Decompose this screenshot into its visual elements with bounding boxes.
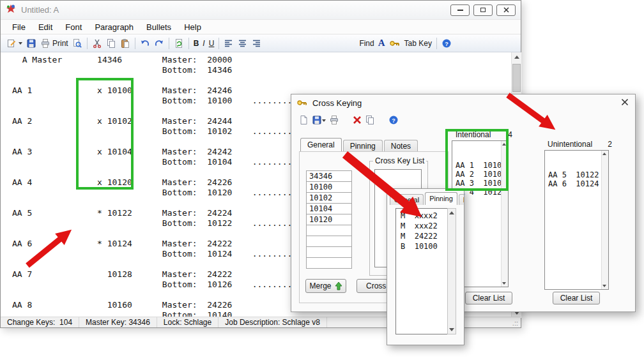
tab-key-button[interactable]: Tab Key: [402, 38, 434, 49]
find-label: Find: [359, 39, 374, 48]
dialog-close-button[interactable]: [621, 98, 629, 108]
list-item[interactable]: AA 6 10124: [548, 179, 601, 188]
copy-button[interactable]: [104, 37, 118, 50]
intentional-count: 4: [508, 130, 512, 139]
dialog-delete-button[interactable]: [353, 116, 362, 124]
dialog-copy-button[interactable]: [365, 115, 375, 125]
key-code-grid: 3434610100101021010410120: [306, 171, 352, 269]
tab-general[interactable]: General: [300, 138, 342, 152]
pinning-list-item[interactable]: B 10100: [401, 241, 447, 251]
toolbar-separator: [87, 38, 88, 49]
pinning-scrollbar[interactable]: [447, 208, 456, 334]
key-icon: [389, 38, 401, 49]
key-code-cell[interactable]: 10120: [306, 214, 352, 225]
close-icon: [621, 98, 629, 106]
tab-notes[interactable]: Notes: [384, 140, 418, 152]
align-left-button[interactable]: [222, 37, 236, 50]
dialog-title-bar: Cross Keying: [291, 94, 635, 111]
svg-text:?: ?: [445, 40, 448, 47]
app-icon: [6, 4, 16, 17]
resize-grip[interactable]: .::: [512, 319, 518, 327]
copy-icon: [106, 38, 116, 49]
dialog-save-button[interactable]: [312, 115, 326, 125]
refresh-document-button[interactable]: [172, 37, 186, 50]
print-preview-icon: [72, 38, 82, 49]
list-item[interactable]: AA 5 10122: [548, 170, 601, 179]
menu-item[interactable]: File: [6, 21, 32, 33]
menu-item[interactable]: Help: [178, 21, 208, 33]
italic-button[interactable]: I: [201, 38, 206, 49]
chevron-down-icon: [19, 42, 22, 47]
key-button[interactable]: [387, 37, 402, 50]
redo-button[interactable]: [152, 37, 166, 50]
merge-button[interactable]: Merge: [305, 279, 346, 293]
save-icon: [312, 115, 322, 125]
bold-button[interactable]: B: [192, 38, 201, 49]
minimize-button[interactable]: [450, 4, 470, 16]
save-button[interactable]: [24, 37, 38, 50]
find-button[interactable]: Find: [357, 38, 376, 49]
key-code-cell[interactable]: 34346: [306, 170, 352, 182]
clear-list-label: Clear List: [560, 294, 593, 303]
chevron-down-icon: [322, 119, 326, 124]
undo-icon: [140, 38, 150, 49]
toolbar-separator: [436, 38, 437, 49]
menu-item[interactable]: Font: [59, 21, 88, 33]
menu-item[interactable]: Edit: [32, 21, 59, 33]
tab-general[interactable]: General: [390, 194, 424, 205]
tab-pinning[interactable]: Pinning: [343, 140, 383, 152]
maximize-button[interactable]: [473, 4, 493, 16]
pinning-list-item[interactable]: M xxx22: [401, 221, 447, 231]
preview-button[interactable]: [70, 37, 84, 50]
pinning-listbox: M xxxx2M xxx22M 24222B 10100: [395, 208, 448, 334]
pinning-list-item[interactable]: M xxxx2: [401, 211, 447, 221]
new-button[interactable]: [4, 37, 24, 50]
key-code-cell[interactable]: 10104: [306, 203, 352, 214]
key-code-cell[interactable]: 10100: [306, 181, 352, 193]
scrollbar-thumb[interactable]: [512, 64, 521, 92]
new-page-icon: [299, 115, 309, 125]
toolbar: Print: [1, 34, 521, 52]
key-code-cell[interactable]: [306, 257, 352, 269]
font-color-button[interactable]: A: [376, 36, 387, 50]
scroll-up-icon: [449, 211, 454, 214]
unintentional-listbox[interactable]: AA 5 10122AA 6 10124: [544, 150, 609, 290]
align-right-button[interactable]: [250, 37, 264, 50]
unintentional-items: AA 5 10122AA 6 10124: [545, 169, 608, 188]
tab-note[interactable]: Note: [459, 194, 464, 205]
help-button[interactable]: ?: [440, 37, 454, 50]
cut-button[interactable]: [90, 37, 104, 50]
underline-button[interactable]: U: [207, 38, 217, 49]
clear-unintentional-button[interactable]: Clear List: [553, 292, 600, 304]
menu-item[interactable]: Paragraph: [88, 21, 140, 33]
tab-pinning[interactable]: Pinning: [425, 192, 457, 205]
copy-icon: [365, 115, 375, 125]
key-code-cell[interactable]: [306, 236, 352, 247]
undo-button[interactable]: [138, 37, 152, 50]
key-code-cell[interactable]: 10102: [306, 192, 352, 204]
clear-intentional-button[interactable]: Clear List: [465, 292, 512, 304]
clipboard-icon: [120, 38, 130, 49]
scroll-up-button[interactable]: [512, 52, 521, 62]
dialog-new-button[interactable]: [299, 115, 309, 125]
print-button[interactable]: Print: [38, 37, 70, 50]
dialog-toolbar: ?: [291, 111, 635, 129]
printer-icon: [329, 115, 339, 125]
dialog-print-button[interactable]: [329, 115, 339, 125]
key-code-cell[interactable]: [306, 246, 352, 258]
align-center-button[interactable]: [236, 37, 250, 50]
paste-button[interactable]: [118, 37, 132, 50]
dialog-title: Cross Keying: [312, 98, 621, 108]
unintentional-scrollbar[interactable]: [601, 151, 608, 289]
toolbar-separator: [218, 38, 219, 49]
key-code-cell[interactable]: [306, 225, 352, 236]
close-button[interactable]: [496, 4, 516, 16]
dialog-help-button[interactable]: ?: [388, 115, 399, 125]
pinning-list-item[interactable]: M 24222: [401, 231, 447, 241]
status-section: Change Keys: 104: [1, 317, 79, 327]
menu-item[interactable]: Bullets: [140, 21, 178, 33]
help-icon: ?: [388, 115, 399, 125]
minimize-icon: [457, 10, 463, 11]
status-section: Lock: Schlage: [157, 317, 218, 327]
scroll-down-icon: [602, 285, 606, 287]
